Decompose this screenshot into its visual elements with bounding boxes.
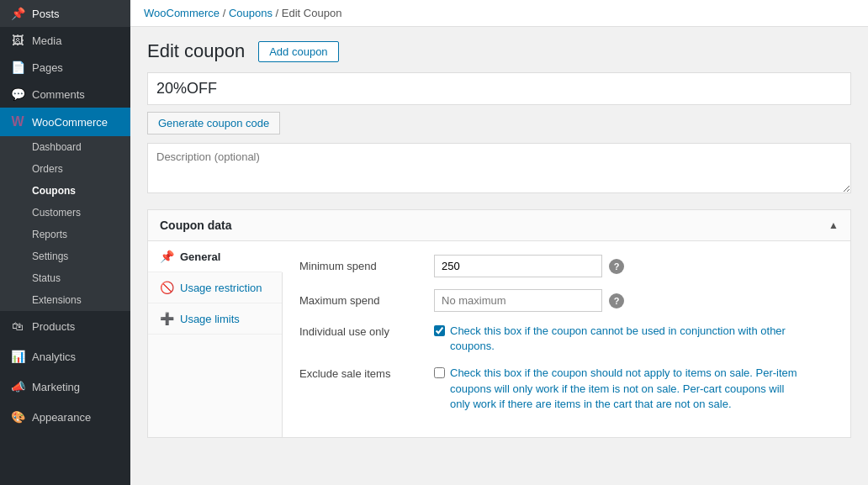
minimum-spend-input[interactable] xyxy=(434,255,602,277)
products-icon: 🛍 xyxy=(10,319,25,333)
sidebar-sub-extensions[interactable]: Extensions xyxy=(0,289,130,311)
sidebar-item-pages[interactable]: 📄 Pages xyxy=(0,54,130,81)
sidebar-item-woocommerce[interactable]: W WooCommerce xyxy=(0,108,130,136)
general-tab-icon: 📌 xyxy=(160,250,173,263)
sidebar-sub-status[interactable]: Status xyxy=(0,267,130,289)
exclude-sale-text: Check this box if the coupon should not … xyxy=(450,366,803,412)
sidebar-item-media[interactable]: 🖼 Media xyxy=(0,27,130,54)
sidebar-item-analytics[interactable]: 📊 Analytics xyxy=(0,341,130,372)
minimum-spend-field-wrap: ? xyxy=(434,255,624,277)
sidebar-item-posts[interactable]: 📌 Posts xyxy=(0,0,130,27)
maximum-spend-row: Maximum spend ? xyxy=(299,289,834,312)
individual-use-row: Individual use only Check this box if th… xyxy=(299,324,834,354)
exclude-sale-checkbox[interactable] xyxy=(434,367,445,378)
sidebar-item-marketing[interactable]: 📣 Marketing xyxy=(0,372,130,402)
coupon-data-title: Coupon data xyxy=(160,219,232,232)
minimum-spend-help-icon[interactable]: ? xyxy=(609,259,624,274)
sidebar-item-label: Analytics xyxy=(32,351,76,363)
sidebar-item-label: Media xyxy=(32,34,61,47)
coupon-code-input[interactable] xyxy=(147,72,851,105)
breadcrumb-current: Edit Coupon xyxy=(282,7,342,19)
appearance-icon: 🎨 xyxy=(10,410,25,424)
sidebar-item-label: Pages xyxy=(32,61,63,74)
sidebar-item-label: Products xyxy=(32,320,75,333)
limits-tab-icon: ➕ xyxy=(160,312,173,325)
content-area: Edit coupon Add coupon Generate coupon c… xyxy=(130,27,868,485)
pages-icon: 📄 xyxy=(10,61,25,74)
collapse-icon[interactable]: ▲ xyxy=(828,219,839,231)
comments-icon: 💬 xyxy=(10,87,25,101)
exclude-sale-label: Exclude sale items xyxy=(299,366,434,380)
generate-coupon-button[interactable]: Generate coupon code xyxy=(147,112,280,134)
minimum-spend-label: Minimum spend xyxy=(299,255,434,272)
analytics-icon: 📊 xyxy=(10,350,25,363)
maximum-spend-label: Maximum spend xyxy=(299,289,434,307)
tab-usage-restriction[interactable]: 🚫 Usage restriction xyxy=(148,272,282,303)
sidebar-sub-reports[interactable]: Reports xyxy=(0,224,130,245)
tab-general[interactable]: 📌 General xyxy=(148,241,283,272)
breadcrumb: WooCommerce / Coupons / Edit Coupon xyxy=(130,0,868,27)
maximum-spend-help-icon[interactable]: ? xyxy=(609,293,624,308)
maximum-spend-input[interactable] xyxy=(434,289,602,312)
individual-use-label: Individual use only xyxy=(299,324,434,338)
restriction-tab-icon: 🚫 xyxy=(160,281,173,294)
individual-use-checkbox[interactable] xyxy=(434,325,445,336)
tab-general-label: General xyxy=(180,250,220,263)
sidebar-item-products[interactable]: 🛍 Products xyxy=(0,311,130,341)
tab-limits-label: Usage limits xyxy=(180,313,240,325)
marketing-icon: 📣 xyxy=(10,380,25,393)
tab-usage-limits[interactable]: ➕ Usage limits xyxy=(148,303,282,335)
posts-icon: 📌 xyxy=(10,7,25,20)
sidebar-item-label: Posts xyxy=(32,8,60,20)
tab-content-general: Minimum spend ? Maximum spend ? xyxy=(283,241,850,437)
coupon-tabs: 📌 General 🚫 Usage restriction ➕ Usage li… xyxy=(148,241,283,437)
sidebar-item-label: Appearance xyxy=(32,411,91,424)
minimum-spend-row: Minimum spend ? xyxy=(299,255,834,277)
sidebar-sub-settings[interactable]: Settings xyxy=(0,245,130,267)
sidebar-sub-coupons[interactable]: Coupons xyxy=(0,180,130,202)
page-header: Edit coupon Add coupon xyxy=(147,40,851,62)
page-title: Edit coupon xyxy=(147,40,245,62)
coupon-data-header: Coupon data ▲ xyxy=(148,210,850,241)
sidebar-item-label: WooCommerce xyxy=(32,116,108,129)
woocommerce-submenu: Dashboard Orders Coupons Customers Repor… xyxy=(0,136,130,311)
sidebar-item-comments[interactable]: 💬 Comments xyxy=(0,81,130,108)
sidebar-item-label: Marketing xyxy=(32,381,80,393)
sidebar: 📌 Posts 🖼 Media 📄 Pages 💬 Comments W Woo… xyxy=(0,0,130,485)
sidebar-sub-dashboard[interactable]: Dashboard xyxy=(0,136,130,158)
sidebar-sub-customers[interactable]: Customers xyxy=(0,202,130,224)
media-icon: 🖼 xyxy=(10,34,25,47)
sidebar-sub-orders[interactable]: Orders xyxy=(0,158,130,180)
individual-use-text: Check this box if the coupon cannot be u… xyxy=(450,324,803,354)
breadcrumb-coupons[interactable]: Coupons xyxy=(229,7,273,19)
description-textarea[interactable] xyxy=(147,143,851,193)
coupon-data-panel: Coupon data ▲ 📌 General 🚫 Usage restrict… xyxy=(147,209,851,438)
woocommerce-icon: W xyxy=(10,114,25,129)
sidebar-item-label: Comments xyxy=(32,88,85,101)
individual-use-field: Check this box if the coupon cannot be u… xyxy=(434,324,803,354)
tab-restriction-label: Usage restriction xyxy=(180,282,262,294)
maximum-spend-field-wrap: ? xyxy=(434,289,624,312)
sidebar-item-appearance[interactable]: 🎨 Appearance xyxy=(0,402,130,432)
add-coupon-button[interactable]: Add coupon xyxy=(258,41,338,62)
breadcrumb-woocommerce[interactable]: WooCommerce xyxy=(144,7,220,19)
exclude-sale-row: Exclude sale items Check this box if the… xyxy=(299,366,834,412)
exclude-sale-field: Check this box if the coupon should not … xyxy=(434,366,803,412)
coupon-data-body: 📌 General 🚫 Usage restriction ➕ Usage li… xyxy=(148,241,850,437)
main-area: WooCommerce / Coupons / Edit Coupon Edit… xyxy=(130,0,868,485)
